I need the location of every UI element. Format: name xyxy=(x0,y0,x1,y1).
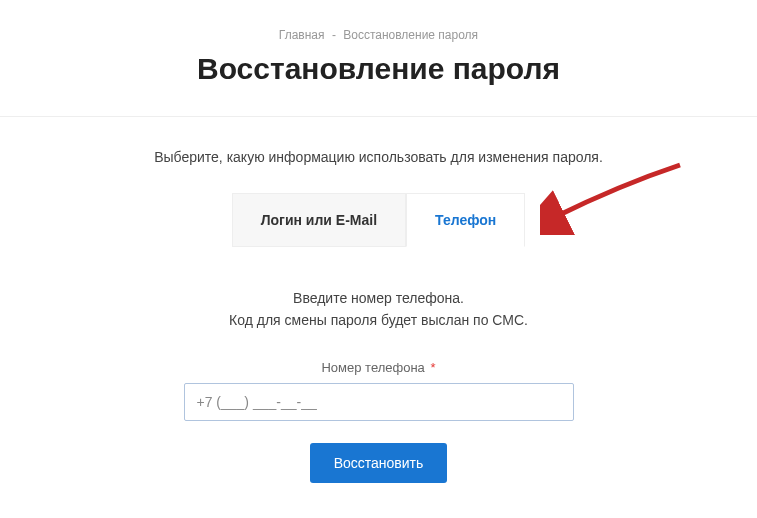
breadcrumb-home-link[interactable]: Главная xyxy=(279,28,325,42)
required-mark: * xyxy=(430,360,435,375)
breadcrumb: Главная - Восстановление пароля xyxy=(0,0,757,42)
page-title: Восстановление пароля xyxy=(0,52,757,86)
submit-wrap: Восстановить xyxy=(0,443,757,483)
tabs: Логин или E-Mail Телефон xyxy=(0,193,757,247)
instruction-text: Выберите, какую информацию использовать … xyxy=(0,149,757,165)
phone-label-text: Номер телефона xyxy=(321,360,424,375)
form-instructions: Введите номер телефона. Код для смены па… xyxy=(0,287,757,332)
phone-label: Номер телефона * xyxy=(184,360,574,375)
breadcrumb-current: Восстановление пароля xyxy=(343,28,478,42)
form-instruction-line1: Введите номер телефона. xyxy=(0,287,757,309)
tab-login-email[interactable]: Логин или E-Mail xyxy=(232,193,406,247)
tab-phone[interactable]: Телефон xyxy=(406,193,525,247)
breadcrumb-separator: - xyxy=(332,28,336,42)
phone-field-wrap: Номер телефона * xyxy=(184,360,574,421)
phone-input[interactable] xyxy=(184,383,574,421)
divider xyxy=(0,116,757,117)
restore-button[interactable]: Восстановить xyxy=(310,443,448,483)
form-instruction-line2: Код для смены пароля будет выслан по СМС… xyxy=(0,309,757,331)
